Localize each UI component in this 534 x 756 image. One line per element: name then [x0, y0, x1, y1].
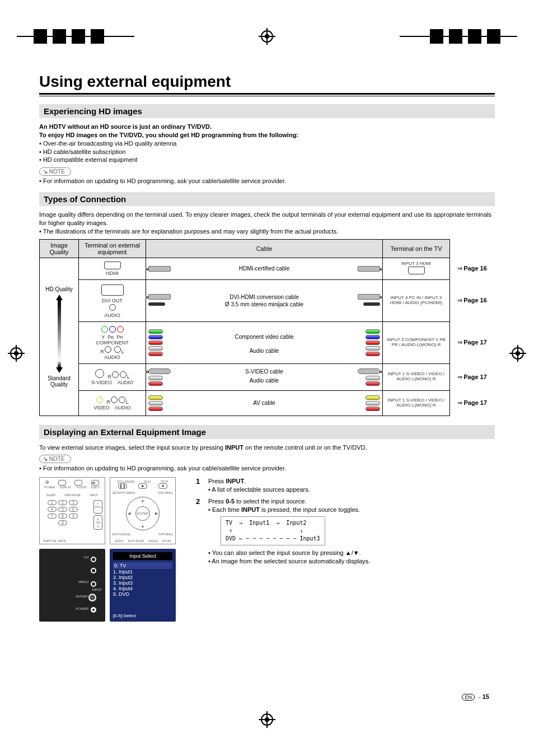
eject-icon: ⏏: [91, 480, 99, 486]
page-ref: Page 17: [457, 339, 487, 346]
digit-button-icon: 9: [69, 514, 78, 519]
step1-sub: A list of selectable sources appears.: [208, 486, 310, 494]
panel-button-icon: [91, 581, 96, 587]
th-tv-term: Terminal on the TV: [383, 239, 450, 258]
section-heading-types: Types of Connection: [39, 192, 495, 206]
digit-button-icon: 2: [58, 500, 67, 505]
step-number: 2: [196, 497, 204, 565]
up-arrow-icon: ▲: [141, 498, 145, 502]
remote-figure-2: STILL/PAUSEPLAYSTOP ❚❚ ▶ ■ SETUP/TV MENU…: [110, 477, 176, 544]
stop-icon: ■: [158, 483, 167, 489]
cable-hdmi: HDMI-certified cable: [146, 258, 383, 279]
side-crop-right: [512, 347, 524, 360]
svideo-port-icon: [95, 369, 104, 378]
digit-button-icon: 3: [69, 500, 78, 505]
th-cable: Cable: [146, 239, 383, 258]
cable-av: AV cable: [146, 390, 383, 416]
digit-button-icon: 8: [58, 514, 67, 519]
cable-dvi: DVI-HDMI conversion cable Ø 3.5 mm stere…: [146, 279, 383, 321]
note-badge: NOTE: [39, 455, 71, 463]
instructions-column: 1 Press INPUT. A list of selectable sour…: [196, 477, 495, 622]
display-intro: To view external source images, select t…: [39, 444, 495, 452]
hdmi-plug-icon: [148, 266, 171, 272]
th-ext-term: Terminal on external equipment: [79, 239, 146, 258]
section-heading-display: Displaying an External Equipment Image: [39, 425, 495, 439]
page-ref: Page 16: [457, 265, 487, 272]
down-arrow-icon: ▼: [141, 525, 145, 529]
svideo-plug-icon: [148, 368, 171, 374]
tv-term-dvi: INPUT 4 PC IN / INPUT 3 HDMI / AUDIO (PC…: [383, 279, 450, 321]
std-quality-label: Standard Quality: [42, 375, 76, 388]
tv-term-hdmi: INPUT 3 HDMI: [383, 258, 450, 279]
tv-side-panel-figure: CH MENU INPUT ENTER POWER: [39, 549, 105, 622]
ext-term-dvi: DVI OUT AUDIO: [79, 279, 146, 321]
svideo-plug-icon: [358, 368, 380, 374]
hd-bullet: HD cable/satellite subscription: [39, 148, 495, 156]
cable-svideo: S-VIDEO cable Audio cable: [146, 363, 383, 390]
quality-scale-cell: HD Quality Standard Quality: [40, 258, 79, 416]
digit-button-icon: 5: [58, 507, 67, 512]
osd-input-select: Input Select 0. TV 1. Input1 2. Input2 3…: [110, 549, 176, 622]
osd-item: 4. Input4: [113, 586, 172, 591]
button-icon: [58, 480, 66, 486]
osd-item: 5. DVD: [113, 591, 172, 597]
step2-extra: You can also select the input source by …: [208, 549, 370, 557]
ext-term-svideo: RL S-VIDEO AUDIO: [79, 363, 146, 390]
section-heading-hd: Experiencing HD images: [39, 104, 495, 118]
osd-item: 1. Input1: [113, 569, 172, 575]
page-ref: Page 17: [457, 374, 487, 380]
th-quality: Image Quality: [40, 239, 79, 258]
hd-bullet: Over-the-air broadcasting via HD quality…: [39, 139, 495, 148]
digit-button-icon: 1: [48, 500, 57, 505]
panel-button-icon: [91, 557, 96, 562]
ext-term-av: RL VIDEO AUDIO: [79, 390, 146, 416]
connection-table: Image Quality Terminal on external equip…: [39, 239, 495, 416]
power-button-icon: [91, 607, 96, 613]
left-arrow-icon: ◀: [128, 511, 130, 516]
title-rule: [39, 93, 495, 96]
digit-button-icon: 6: [69, 507, 78, 512]
hd-bullet: HD compatible external equipment: [39, 156, 495, 164]
hd-intro-2: To enjoy HD images on the TV/DVD, you sh…: [39, 131, 495, 139]
minijack-plug-icon: [148, 302, 165, 306]
lang-badge: EN: [462, 694, 475, 701]
note-badge: NOTE: [39, 167, 71, 176]
types-sub-bullet: The illustrations of the terminals are f…: [39, 227, 495, 236]
osd-item: 2. Input2: [113, 575, 172, 580]
side-crop-left: [10, 347, 22, 360]
dvi-port-icon: [101, 284, 124, 296]
button-icon: [74, 480, 82, 486]
hd-bullets: Over-the-air broadcasting via HD quality…: [39, 139, 495, 165]
audio-jack-icon: [109, 304, 116, 311]
page-number: 15: [483, 693, 489, 700]
digit-button-icon: 7: [48, 514, 57, 519]
osd-item-selected: 0. TV: [113, 562, 172, 569]
osd-title: Input Select: [113, 552, 172, 560]
play-icon: ▶: [138, 483, 147, 489]
digit-button-icon: 4: [48, 507, 57, 512]
tv-term-component: INPUT 2 COMPONENT Y PB PR / AUDIO L(MONO…: [383, 321, 450, 363]
hdmi-port-icon: [408, 267, 425, 274]
step2-sub: Each time INPUT is pressed, the input so…: [208, 506, 370, 514]
quality-arrow-icon: [56, 295, 63, 373]
osd-item: 3. Input3: [113, 580, 172, 586]
pause-icon: ❚❚: [118, 483, 127, 489]
input-toggle-flow: TV → Input1 → Input2 ↑ ↓ DVD ← − − − − −…: [221, 516, 325, 545]
ext-term-hdmi: HDMI: [79, 258, 146, 279]
right-arrow-icon: ▶: [155, 511, 158, 516]
hdmi-plug-icon: [358, 294, 380, 300]
step2-extra: An image from the selected source automa…: [208, 557, 370, 566]
osd-footer: [0-5]:Select: [113, 613, 135, 618]
cable-component: Component video cable Audio cable: [146, 321, 383, 363]
tv-term-av: INPUT 1 S-VIDEO / VIDEO / AUDIO L(MONO) …: [383, 390, 450, 416]
remote-figure-1: ⏻ ⏏ POWERDISPLAYTV/DVDEJECT SLEEPVIEW MO…: [39, 477, 105, 544]
display-note-text: For information on updating to HD progra…: [39, 464, 495, 473]
hdmi-port-icon: [104, 262, 121, 269]
tv-term-svideo: INPUT 1 S-VIDEO / VIDEO / AUDIO L(MONO) …: [383, 363, 450, 390]
crop-marks-top: [0, 28, 534, 45]
page-title: Using external equipment: [39, 73, 495, 91]
hd-quality-label: HD Quality: [42, 286, 76, 292]
page-ref: Page 16: [457, 297, 487, 304]
figure-column: ⏻ ⏏ POWERDISPLAYTV/DVDEJECT SLEEPVIEW MO…: [39, 477, 185, 622]
digit-button-icon: 0: [58, 520, 67, 525]
